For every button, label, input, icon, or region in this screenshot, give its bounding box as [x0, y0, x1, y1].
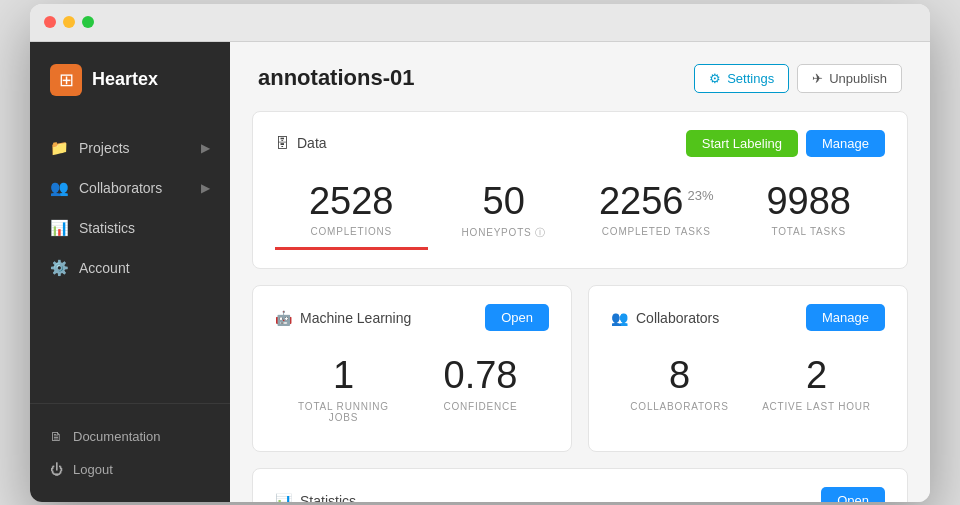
settings-button[interactable]: ⚙ Settings	[694, 64, 789, 93]
collaborators-count-stat: 8 COLLABORATORS	[611, 349, 748, 422]
unpublish-button[interactable]: ✈ Unpublish	[797, 64, 902, 93]
settings-label: Settings	[727, 71, 774, 86]
statistics-card-title: 📊 Statistics	[275, 493, 356, 502]
gear-icon: ⚙	[709, 71, 721, 86]
titlebar	[30, 4, 930, 42]
statistics-icon: 📊	[50, 219, 69, 237]
completions-value: 2528	[285, 181, 418, 223]
confidence-label: CONFIDENCE	[422, 401, 539, 412]
sidebar-item-label-collaborators: Collaborators	[79, 180, 162, 196]
collaborators-card-header: 👥 Collaborators Manage	[611, 304, 885, 331]
collaborators-count-value: 8	[621, 355, 738, 397]
confidence-value: 0.78	[422, 355, 539, 397]
documentation-link[interactable]: 🗎 Documentation	[30, 420, 230, 453]
open-statistics-button[interactable]: Open	[821, 487, 885, 501]
two-col-row: 🤖 Machine Learning Open 1 TOTAL RUNNING …	[252, 285, 908, 452]
active-last-hour-value: 2	[758, 355, 875, 397]
fullscreen-button[interactable]	[82, 16, 94, 28]
logo-icon: ⊞	[50, 64, 82, 96]
honeypots-label: HONEYPOTS ⓘ	[438, 226, 571, 240]
sidebar-item-label-account: Account	[79, 260, 130, 276]
projects-icon: 📁	[50, 139, 69, 157]
data-card-actions: Start Labeling Manage	[686, 130, 885, 157]
database-icon: 🗄	[275, 135, 289, 151]
statistics-card-header: 📊 Statistics Open	[275, 487, 885, 501]
ml-card-title: 🤖 Machine Learning	[275, 310, 411, 326]
send-icon: ✈	[812, 71, 823, 86]
page-title: annotations-01	[258, 65, 414, 91]
header-actions: ⚙ Settings ✈ Unpublish	[694, 64, 902, 93]
collaborators-card-title: 👥 Collaborators	[611, 310, 719, 326]
data-stats-row: 2528 COMPLETIONS 50 HONEYPOTS ⓘ 2256	[275, 175, 885, 251]
cards-area: 🗄 Data Start Labeling Manage 2528 COMPLE…	[230, 111, 930, 502]
start-labeling-button[interactable]: Start Labeling	[686, 130, 798, 157]
logo-area: ⊞ Heartex	[30, 42, 230, 118]
account-icon: ⚙️	[50, 259, 69, 277]
minimize-button[interactable]	[63, 16, 75, 28]
traffic-lights	[44, 16, 94, 28]
ml-card-header: 🤖 Machine Learning Open	[275, 304, 549, 331]
statistics-card-icon: 📊	[275, 493, 292, 502]
total-tasks-stat: 9988 TOTAL TASKS	[733, 175, 886, 251]
manage-collaborators-button[interactable]: Manage	[806, 304, 885, 331]
running-jobs-value: 1	[285, 355, 402, 397]
data-card-title: 🗄 Data	[275, 135, 327, 151]
sidebar-bottom: 🗎 Documentation ⏻ Logout	[30, 403, 230, 502]
data-card-header: 🗄 Data Start Labeling Manage	[275, 130, 885, 157]
sidebar: ⊞ Heartex 📁 Projects ▶ 👥 Collaborators	[30, 42, 230, 502]
sidebar-item-statistics[interactable]: 📊 Statistics	[30, 208, 230, 248]
main-content: annotations-01 ⚙ Settings ✈ Unpublish	[230, 42, 930, 502]
honeypots-value: 50	[438, 181, 571, 223]
documentation-label: Documentation	[73, 429, 160, 444]
documentation-icon: 🗎	[50, 429, 63, 444]
collaborators-count-label: COLLABORATORS	[621, 401, 738, 412]
ml-icon: 🤖	[275, 310, 292, 326]
close-button[interactable]	[44, 16, 56, 28]
logo-text: Heartex	[92, 69, 158, 90]
collaborators-arrow-icon: ▶	[201, 181, 210, 195]
nav-items: 📁 Projects ▶ 👥 Collaborators ▶ 📊 Stat	[30, 118, 230, 403]
projects-arrow-icon: ▶	[201, 141, 210, 155]
completions-label: COMPLETIONS	[285, 226, 418, 237]
collaborators-stats-row: 8 COLLABORATORS 2 ACTIVE LAST HOUR	[611, 349, 885, 422]
ml-stats-row: 1 TOTAL RUNNING JOBS 0.78 CONFIDENCE	[275, 349, 549, 433]
active-last-hour-stat: 2 ACTIVE LAST HOUR	[748, 349, 885, 422]
completions-stat: 2528 COMPLETIONS	[275, 175, 428, 251]
logout-icon: ⏻	[50, 462, 63, 477]
collaborators-icon: 👥	[50, 179, 69, 197]
honeypots-stat: 50 HONEYPOTS ⓘ	[428, 175, 581, 251]
main-header: annotations-01 ⚙ Settings ✈ Unpublish	[230, 42, 930, 111]
statistics-card: 📊 Statistics Open	[252, 468, 908, 501]
logout-link[interactable]: ⏻ Logout	[30, 453, 230, 486]
open-ml-button[interactable]: Open	[485, 304, 549, 331]
collaborators-card: 👥 Collaborators Manage 8 COLLABORATORS	[588, 285, 908, 452]
completed-tasks-label: COMPLETED TASKS	[590, 226, 723, 237]
logout-label: Logout	[73, 462, 113, 477]
data-card: 🗄 Data Start Labeling Manage 2528 COMPLE…	[252, 111, 908, 270]
running-jobs-label: TOTAL RUNNING JOBS	[285, 401, 402, 423]
sidebar-item-projects[interactable]: 📁 Projects ▶	[30, 128, 230, 168]
sidebar-item-label-statistics: Statistics	[79, 220, 135, 236]
active-last-hour-label: ACTIVE LAST HOUR	[758, 401, 875, 412]
app-window: ⊞ Heartex 📁 Projects ▶ 👥 Collaborators	[30, 4, 930, 502]
running-jobs-stat: 1 TOTAL RUNNING JOBS	[275, 349, 412, 433]
sidebar-item-account[interactable]: ⚙️ Account	[30, 248, 230, 288]
total-tasks-value: 9988	[743, 181, 876, 223]
completed-tasks-value: 2256 23%	[590, 181, 723, 223]
app-body: ⊞ Heartex 📁 Projects ▶ 👥 Collaborators	[30, 42, 930, 502]
total-tasks-label: TOTAL TASKS	[743, 226, 876, 237]
manage-data-button[interactable]: Manage	[806, 130, 885, 157]
sidebar-item-collaborators[interactable]: 👥 Collaborators ▶	[30, 168, 230, 208]
confidence-stat: 0.78 CONFIDENCE	[412, 349, 549, 433]
collaborators-card-icon: 👥	[611, 310, 628, 326]
ml-card: 🤖 Machine Learning Open 1 TOTAL RUNNING …	[252, 285, 572, 452]
unpublish-label: Unpublish	[829, 71, 887, 86]
sidebar-item-label-projects: Projects	[79, 140, 130, 156]
completed-tasks-badge: 23%	[688, 189, 714, 203]
completed-tasks-stat: 2256 23% COMPLETED TASKS	[580, 175, 733, 251]
